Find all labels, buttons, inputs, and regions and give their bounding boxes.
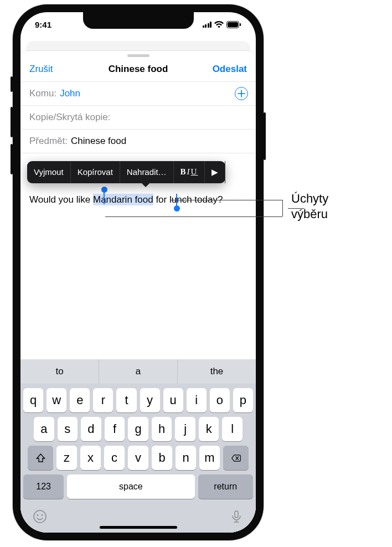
- menu-arrow-icon: [141, 183, 150, 187]
- key-b[interactable]: b: [152, 446, 172, 470]
- cc-bcc-field[interactable]: Kopie/Skrytá kopie:: [20, 106, 256, 130]
- wifi-icon: [214, 21, 224, 28]
- header-fields: Komu: John Kopie/Skrytá kopie: Předmět: …: [20, 81, 256, 153]
- cc-label: Kopie/Skrytá kopie:: [29, 112, 110, 123]
- return-key[interactable]: return: [198, 474, 253, 499]
- key-row-4: 123 space return: [20, 470, 256, 504]
- mute-switch: [11, 76, 13, 92]
- subject-field[interactable]: Předmět: Chinese food: [20, 130, 256, 153]
- subject-label: Předmět:: [29, 136, 68, 147]
- compose-sheet: Zrušit Chinese food Odeslat Komu: John K…: [20, 51, 256, 533]
- key-row-3: z x c v b n m: [20, 441, 256, 470]
- copy-button[interactable]: Kopírovat: [71, 161, 120, 183]
- key-n[interactable]: n: [176, 446, 196, 470]
- key-row-2: a s d f g h j k l: [20, 412, 256, 441]
- more-button[interactable]: ▶: [205, 161, 225, 183]
- battery-icon: [226, 21, 241, 28]
- callout-line: [171, 200, 282, 200]
- cellular-icon: [203, 22, 212, 28]
- key-m[interactable]: m: [199, 446, 220, 470]
- to-label: Komu:: [29, 88, 56, 99]
- svg-rect-6: [235, 511, 238, 518]
- selection-handle-start[interactable]: [104, 192, 105, 204]
- key-f[interactable]: f: [105, 417, 125, 441]
- key-o[interactable]: o: [210, 388, 230, 412]
- microphone-icon: [229, 509, 244, 524]
- key-c[interactable]: c: [104, 446, 125, 470]
- key-a[interactable]: a: [34, 417, 54, 441]
- key-row-1: q w e r t y u i o p: [20, 384, 256, 412]
- compose-navbar: Zrušit Chinese food Odeslat: [20, 57, 256, 81]
- key-q[interactable]: q: [23, 388, 43, 412]
- selected-text[interactable]: Mandarin food: [93, 194, 153, 205]
- home-indicator[interactable]: [100, 526, 177, 529]
- screen: 9:41 Zrušit Chinese food Odeslat: [20, 12, 256, 533]
- phone-frame: 9:41 Zrušit Chinese food Odeslat: [13, 4, 264, 540]
- key-e[interactable]: e: [70, 388, 90, 412]
- key-y[interactable]: y: [140, 388, 160, 412]
- key-g[interactable]: g: [128, 417, 148, 441]
- numbers-key[interactable]: 123: [23, 474, 64, 499]
- key-r[interactable]: r: [93, 388, 113, 412]
- key-z[interactable]: z: [56, 446, 77, 470]
- prediction-3[interactable]: the: [178, 359, 256, 384]
- prediction-1[interactable]: to: [20, 359, 99, 384]
- volume-up-button: [11, 107, 13, 137]
- emoji-button[interactable]: [33, 509, 47, 526]
- key-l[interactable]: l: [222, 417, 243, 441]
- prediction-2[interactable]: a: [99, 359, 178, 384]
- key-w[interactable]: w: [47, 388, 66, 412]
- send-button[interactable]: Odeslat: [213, 64, 247, 75]
- key-j[interactable]: j: [175, 417, 195, 441]
- key-u[interactable]: u: [163, 388, 183, 412]
- cancel-button[interactable]: Zrušit: [29, 64, 53, 75]
- add-recipient-button[interactable]: [235, 87, 248, 100]
- keyboard: to a the q w e r t y u i o p a: [20, 359, 256, 533]
- key-t[interactable]: t: [116, 388, 136, 412]
- key-p[interactable]: p: [233, 388, 253, 412]
- dictation-button[interactable]: [229, 509, 244, 526]
- volume-down-button: [11, 144, 13, 174]
- predictive-bar: to a the: [20, 359, 256, 384]
- key-d[interactable]: d: [81, 417, 101, 441]
- power-button: [264, 112, 266, 160]
- key-i[interactable]: i: [187, 388, 207, 412]
- callout-brace: [282, 200, 283, 216]
- svg-rect-2: [240, 23, 241, 26]
- svg-point-5: [42, 514, 43, 516]
- replace-button[interactable]: Nahradit…: [120, 161, 174, 183]
- subject-value: Chinese food: [71, 136, 126, 147]
- status-time: 9:41: [35, 20, 51, 29]
- key-h[interactable]: h: [152, 417, 172, 441]
- to-field[interactable]: Komu: John: [20, 82, 256, 106]
- key-s[interactable]: s: [58, 417, 78, 441]
- to-value: John: [60, 88, 80, 99]
- svg-rect-1: [228, 22, 238, 27]
- key-k[interactable]: k: [199, 417, 219, 441]
- plus-icon: [238, 90, 245, 97]
- notch: [83, 12, 194, 29]
- callout-line: [105, 216, 282, 217]
- message-body[interactable]: Vyjmout Kopírovat Nahradit… BIU ▶ Would …: [20, 153, 256, 359]
- shift-key[interactable]: [28, 446, 53, 470]
- backspace-key[interactable]: [223, 446, 249, 470]
- key-x[interactable]: x: [80, 446, 101, 470]
- svg-point-4: [37, 514, 39, 516]
- space-key[interactable]: space: [67, 474, 194, 499]
- biu-button[interactable]: BIU: [174, 161, 205, 183]
- shift-icon: [35, 453, 46, 463]
- text-edit-menu: Vyjmout Kopírovat Nahradit… BIU ▶: [27, 161, 225, 183]
- callout-label: Úchyty výběru: [291, 191, 328, 221]
- emoji-icon: [33, 509, 47, 524]
- svg-point-3: [34, 510, 46, 523]
- backspace-icon: [231, 453, 241, 463]
- body-text-pre: Would you like: [29, 194, 93, 205]
- cut-button[interactable]: Vyjmout: [27, 161, 71, 183]
- key-v[interactable]: v: [128, 446, 148, 470]
